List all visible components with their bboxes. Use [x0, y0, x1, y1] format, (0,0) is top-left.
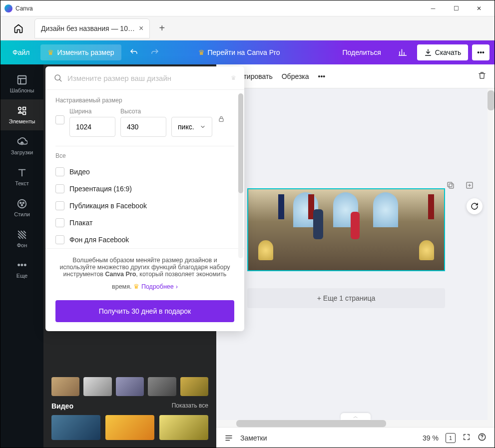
element-thumb[interactable] [83, 377, 111, 396]
window-maximize[interactable]: ☐ [445, 0, 468, 16]
sidebar-item-styles[interactable]: Стили [0, 192, 43, 223]
canvas-image[interactable] [248, 189, 444, 270]
checkbox[interactable] [55, 235, 64, 244]
checkbox[interactable] [55, 218, 64, 227]
insights-button[interactable] [392, 44, 413, 61]
height-input[interactable] [120, 117, 166, 137]
app-icon [4, 4, 12, 12]
file-menu[interactable]: Файл [5, 44, 36, 60]
rotate-button[interactable] [467, 198, 483, 214]
elements-icon [16, 105, 27, 116]
rotate-icon [471, 202, 479, 210]
resize-search-input[interactable] [67, 74, 226, 82]
app-name: Canva [15, 5, 422, 12]
crown-icon: ♛ [198, 48, 205, 56]
trial-cta-button[interactable]: Получить 30 дней в подарок [55, 300, 234, 322]
chevron-down-icon [200, 124, 206, 130]
fullscreen-icon [463, 433, 471, 441]
section-heading: Видео [51, 402, 73, 410]
size-option[interactable]: Видео [55, 163, 234, 180]
crop-button[interactable]: Обрезка [282, 72, 309, 80]
chevron-right-icon: › [176, 283, 178, 290]
more-menu[interactable]: ••• [472, 44, 490, 60]
upgrade-pro-button[interactable]: ♛ Перейти на Canva Pro [191, 44, 287, 60]
horizontal-scrollbar[interactable] [216, 420, 488, 427]
sidebar-item-text[interactable]: Текст [0, 161, 43, 192]
download-button[interactable]: Скачать [417, 44, 469, 60]
sidebar-item-more[interactable]: ••• Еще [0, 254, 43, 285]
svg-point-6 [21, 204, 23, 206]
pro-promo: Волшебным образом меняйте размер дизайно… [45, 248, 244, 300]
undo-button[interactable] [125, 44, 142, 61]
svg-point-5 [22, 202, 24, 204]
window-close[interactable]: ✕ [468, 0, 491, 16]
add-page-button[interactable]: + Еще 1 страница [247, 288, 445, 308]
delete-button[interactable] [478, 71, 487, 81]
custom-size-checkbox[interactable] [55, 115, 64, 124]
document-tab[interactable]: Дизайн без названия — 10… × [34, 18, 150, 38]
sidebar-item-elements[interactable]: Элементы [0, 99, 43, 130]
sidebar-item-uploads[interactable]: Загрузки [0, 130, 43, 161]
checkbox[interactable] [55, 167, 64, 176]
size-option[interactable]: Публикация в Facebook [55, 197, 234, 214]
element-thumb[interactable] [51, 377, 79, 396]
page-indicator[interactable]: 1 [446, 433, 456, 443]
element-thumb[interactable] [116, 377, 144, 396]
vertical-scrollbar[interactable] [488, 88, 495, 427]
sidebar-label: Шаблоны [10, 87, 34, 93]
video-thumb[interactable] [51, 415, 100, 440]
show-all-link[interactable]: Показать все [172, 402, 208, 410]
size-option[interactable]: Плакат [55, 214, 234, 231]
custom-size-label: Настраиваемый размер [55, 97, 234, 104]
help-button[interactable] [478, 433, 487, 443]
fullscreen-button[interactable] [463, 433, 471, 443]
size-option[interactable]: Фон для Facebook [55, 231, 234, 248]
learn-more-link[interactable]: ♛ Подробнее › [133, 283, 178, 290]
element-thumb[interactable] [148, 377, 176, 396]
zoom-level[interactable]: 39 % [423, 434, 439, 442]
sidebar-label: Текст [15, 180, 29, 186]
collapse-handle[interactable]: ︿ [341, 413, 371, 420]
size-option[interactable]: Презентация (16:9) [55, 180, 234, 197]
new-tab-button[interactable]: + [152, 18, 172, 38]
more-options[interactable]: ••• [318, 72, 326, 80]
element-thumb[interactable] [180, 377, 208, 396]
notes-button[interactable]: Заметки [240, 434, 267, 442]
sidebar-item-templates[interactable]: Шаблоны [0, 68, 43, 99]
crown-icon: ♛ [47, 48, 54, 56]
video-thumb[interactable] [159, 415, 208, 440]
window-minimize[interactable]: ─ [422, 0, 445, 16]
sidebar-label: Еще [16, 273, 27, 279]
crown-icon: ♛ [231, 74, 236, 81]
checkbox[interactable] [55, 201, 64, 210]
download-label: Скачать [435, 48, 462, 56]
video-thumb[interactable] [105, 415, 154, 440]
sidebar-label: Загрузки [11, 149, 33, 155]
lock-aspect-button[interactable] [217, 115, 225, 125]
sidebar-item-background[interactable]: Фон [0, 223, 43, 254]
styles-icon [16, 198, 27, 209]
resize-panel: ♛ Настраиваемый размер Ширина Высота [45, 66, 244, 331]
home-tab[interactable] [4, 18, 32, 38]
all-label: Все [55, 152, 234, 159]
panel-scrollbar[interactable] [238, 93, 243, 258]
more-icon: ••• [17, 260, 27, 271]
text-icon [16, 167, 27, 178]
tab-close-icon[interactable]: × [139, 24, 143, 33]
canvas-page[interactable] [247, 188, 445, 271]
svg-rect-8 [219, 118, 223, 121]
redo-button[interactable] [146, 44, 163, 61]
help-icon [478, 433, 487, 442]
checkbox[interactable] [55, 184, 64, 193]
resize-button[interactable]: ♛ Изменить размер [40, 44, 121, 60]
chart-icon [398, 48, 407, 57]
unit-select[interactable]: пикс. [171, 117, 212, 137]
duplicate-page-button[interactable] [444, 178, 458, 192]
search-icon [53, 73, 62, 82]
templates-icon [16, 74, 27, 85]
share-button[interactable]: Поделиться [335, 44, 388, 60]
width-input[interactable] [69, 117, 115, 137]
svg-point-4 [20, 202, 21, 204]
svg-point-1 [18, 107, 21, 110]
add-page-icon-button[interactable] [463, 178, 477, 192]
